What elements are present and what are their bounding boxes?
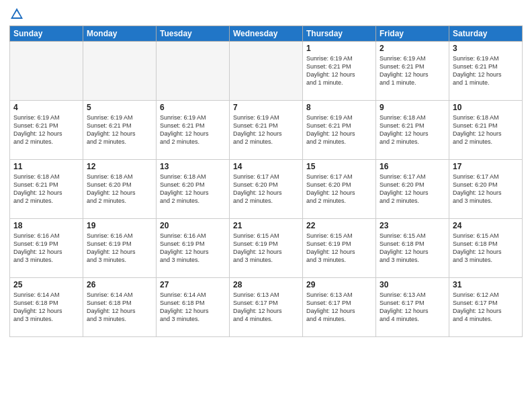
day-cell: 10Sunrise: 6:18 AMSunset: 6:21 PMDayligh… xyxy=(449,101,523,160)
day-cell: 13Sunrise: 6:18 AMSunset: 6:20 PMDayligh… xyxy=(157,160,230,219)
day-cell: 28Sunrise: 6:13 AMSunset: 6:17 PMDayligh… xyxy=(230,278,303,337)
day-info: Sunrise: 6:19 AMSunset: 6:21 PMDaylight:… xyxy=(160,113,226,146)
day-info: Sunrise: 6:15 AMSunset: 6:19 PMDaylight:… xyxy=(306,232,372,265)
day-info: Sunrise: 6:18 AMSunset: 6:21 PMDaylight:… xyxy=(13,173,79,205)
day-cell xyxy=(157,42,230,101)
day-info: Sunrise: 6:14 AMSunset: 6:18 PMDaylight:… xyxy=(87,291,152,324)
day-cell: 21Sunrise: 6:15 AMSunset: 6:19 PMDayligh… xyxy=(230,219,303,278)
day-cell: 19Sunrise: 6:16 AMSunset: 6:19 PMDayligh… xyxy=(83,219,157,278)
day-cell: 14Sunrise: 6:17 AMSunset: 6:20 PMDayligh… xyxy=(230,160,303,219)
day-info: Sunrise: 6:18 AMSunset: 6:21 PMDaylight:… xyxy=(380,113,445,146)
day-cell: 7Sunrise: 6:19 AMSunset: 6:21 PMDaylight… xyxy=(230,101,303,160)
day-info: Sunrise: 6:16 AMSunset: 6:19 PMDaylight:… xyxy=(13,232,79,265)
day-cell: 12Sunrise: 6:18 AMSunset: 6:20 PMDayligh… xyxy=(83,160,157,219)
day-cell: 18Sunrise: 6:16 AMSunset: 6:19 PMDayligh… xyxy=(10,219,83,278)
day-info: Sunrise: 6:15 AMSunset: 6:18 PMDaylight:… xyxy=(380,232,445,265)
day-info: Sunrise: 6:15 AMSunset: 6:19 PMDaylight:… xyxy=(233,232,299,265)
day-cell xyxy=(230,42,303,101)
day-info: Sunrise: 6:14 AMSunset: 6:18 PMDaylight:… xyxy=(13,291,79,324)
day-number: 2 xyxy=(380,44,445,53)
day-info: Sunrise: 6:19 AMSunset: 6:21 PMDaylight:… xyxy=(380,54,445,87)
day-cell: 2Sunrise: 6:19 AMSunset: 6:21 PMDaylight… xyxy=(376,42,449,101)
day-cell: 11Sunrise: 6:18 AMSunset: 6:21 PMDayligh… xyxy=(10,160,83,219)
day-cell: 8Sunrise: 6:19 AMSunset: 6:21 PMDaylight… xyxy=(303,101,376,160)
day-info: Sunrise: 6:19 AMSunset: 6:21 PMDaylight:… xyxy=(306,54,372,87)
day-number: 8 xyxy=(306,103,372,112)
day-number: 10 xyxy=(453,103,519,112)
day-cell: 26Sunrise: 6:14 AMSunset: 6:18 PMDayligh… xyxy=(83,278,157,337)
day-number: 25 xyxy=(13,280,79,289)
day-cell: 17Sunrise: 6:17 AMSunset: 6:20 PMDayligh… xyxy=(449,160,523,219)
day-number: 1 xyxy=(306,44,372,53)
day-info: Sunrise: 6:17 AMSunset: 6:20 PMDaylight:… xyxy=(453,173,519,205)
calendar-header-monday: Monday xyxy=(83,26,157,42)
day-number: 3 xyxy=(453,44,519,53)
day-cell xyxy=(83,42,157,101)
day-number: 27 xyxy=(160,280,226,289)
day-cell: 23Sunrise: 6:15 AMSunset: 6:18 PMDayligh… xyxy=(376,219,449,278)
day-number: 21 xyxy=(233,221,299,230)
day-cell: 22Sunrise: 6:15 AMSunset: 6:19 PMDayligh… xyxy=(303,219,376,278)
week-row-2: 4Sunrise: 6:19 AMSunset: 6:21 PMDaylight… xyxy=(10,101,523,160)
day-cell: 29Sunrise: 6:13 AMSunset: 6:17 PMDayligh… xyxy=(303,278,376,337)
calendar-table: SundayMondayTuesdayWednesdayThursdayFrid… xyxy=(9,26,523,337)
day-cell: 5Sunrise: 6:19 AMSunset: 6:21 PMDaylight… xyxy=(83,101,157,160)
header xyxy=(9,7,523,21)
day-info: Sunrise: 6:16 AMSunset: 6:19 PMDaylight:… xyxy=(160,232,226,265)
day-number: 17 xyxy=(453,162,519,171)
day-number: 18 xyxy=(13,221,79,230)
week-row-4: 18Sunrise: 6:16 AMSunset: 6:19 PMDayligh… xyxy=(10,219,523,278)
week-row-3: 11Sunrise: 6:18 AMSunset: 6:21 PMDayligh… xyxy=(10,160,523,219)
day-info: Sunrise: 6:14 AMSunset: 6:18 PMDaylight:… xyxy=(160,291,226,324)
day-cell: 16Sunrise: 6:17 AMSunset: 6:20 PMDayligh… xyxy=(376,160,449,219)
calendar-header-tuesday: Tuesday xyxy=(157,26,230,42)
day-info: Sunrise: 6:19 AMSunset: 6:21 PMDaylight:… xyxy=(13,113,79,146)
day-info: Sunrise: 6:17 AMSunset: 6:20 PMDaylight:… xyxy=(306,173,372,205)
day-number: 19 xyxy=(87,221,152,230)
day-cell: 31Sunrise: 6:12 AMSunset: 6:17 PMDayligh… xyxy=(449,278,523,337)
day-number: 20 xyxy=(160,221,226,230)
day-info: Sunrise: 6:19 AMSunset: 6:21 PMDaylight:… xyxy=(233,113,299,146)
day-number: 11 xyxy=(13,162,79,171)
calendar-header-wednesday: Wednesday xyxy=(230,26,303,42)
day-cell: 1Sunrise: 6:19 AMSunset: 6:21 PMDaylight… xyxy=(303,42,376,101)
day-info: Sunrise: 6:18 AMSunset: 6:20 PMDaylight:… xyxy=(160,173,226,205)
day-info: Sunrise: 6:18 AMSunset: 6:21 PMDaylight:… xyxy=(453,113,519,146)
day-cell: 25Sunrise: 6:14 AMSunset: 6:18 PMDayligh… xyxy=(10,278,83,337)
day-number: 26 xyxy=(87,280,152,289)
day-number: 16 xyxy=(380,162,445,171)
calendar-header-friday: Friday xyxy=(376,26,449,42)
day-info: Sunrise: 6:12 AMSunset: 6:17 PMDaylight:… xyxy=(453,291,519,324)
day-number: 9 xyxy=(380,103,445,112)
day-cell: 24Sunrise: 6:15 AMSunset: 6:18 PMDayligh… xyxy=(449,219,523,278)
day-number: 23 xyxy=(380,221,445,230)
day-info: Sunrise: 6:17 AMSunset: 6:20 PMDaylight:… xyxy=(380,173,445,205)
day-cell: 27Sunrise: 6:14 AMSunset: 6:18 PMDayligh… xyxy=(157,278,230,337)
day-info: Sunrise: 6:18 AMSunset: 6:20 PMDaylight:… xyxy=(87,173,152,205)
week-row-5: 25Sunrise: 6:14 AMSunset: 6:18 PMDayligh… xyxy=(10,278,523,337)
day-number: 7 xyxy=(233,103,299,112)
day-number: 13 xyxy=(160,162,226,171)
day-number: 31 xyxy=(453,280,519,289)
day-number: 14 xyxy=(233,162,299,171)
day-info: Sunrise: 6:13 AMSunset: 6:17 PMDaylight:… xyxy=(233,291,299,324)
day-info: Sunrise: 6:19 AMSunset: 6:21 PMDaylight:… xyxy=(306,113,372,146)
day-info: Sunrise: 6:16 AMSunset: 6:19 PMDaylight:… xyxy=(87,232,152,265)
day-info: Sunrise: 6:15 AMSunset: 6:18 PMDaylight:… xyxy=(453,232,519,265)
page: SundayMondayTuesdayWednesdayThursdayFrid… xyxy=(0,0,532,411)
day-number: 29 xyxy=(306,280,372,289)
day-number: 4 xyxy=(13,103,79,112)
day-info: Sunrise: 6:17 AMSunset: 6:20 PMDaylight:… xyxy=(233,173,299,205)
day-number: 6 xyxy=(160,103,226,112)
day-info: Sunrise: 6:13 AMSunset: 6:17 PMDaylight:… xyxy=(306,291,372,324)
day-number: 5 xyxy=(87,103,152,112)
day-number: 30 xyxy=(380,280,445,289)
week-row-1: 1Sunrise: 6:19 AMSunset: 6:21 PMDaylight… xyxy=(10,42,523,101)
logo xyxy=(9,7,26,21)
day-number: 28 xyxy=(233,280,299,289)
day-info: Sunrise: 6:19 AMSunset: 6:21 PMDaylight:… xyxy=(453,54,519,87)
day-cell: 4Sunrise: 6:19 AMSunset: 6:21 PMDaylight… xyxy=(10,101,83,160)
day-number: 24 xyxy=(453,221,519,230)
day-cell: 9Sunrise: 6:18 AMSunset: 6:21 PMDaylight… xyxy=(376,101,449,160)
day-number: 22 xyxy=(306,221,372,230)
